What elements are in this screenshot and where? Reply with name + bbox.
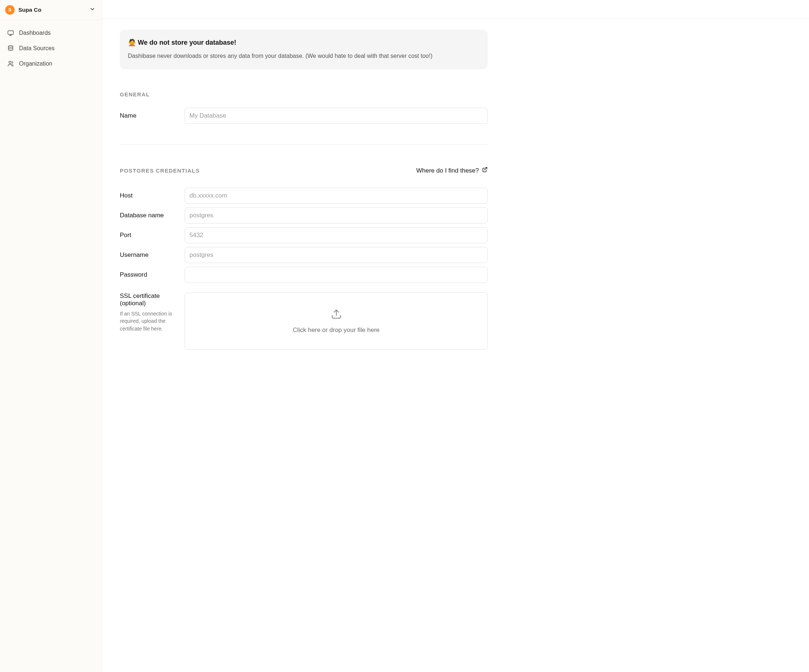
content: 🙅 We do not store your database! Dashiba… xyxy=(102,18,505,371)
ssl-upload-dropzone[interactable]: Click here or drop your file here xyxy=(185,292,488,349)
sidebar-item-data-sources[interactable]: Data Sources xyxy=(4,41,98,55)
notice-body: Dashibase never downloads or stores any … xyxy=(128,52,480,60)
svg-line-5 xyxy=(484,168,487,170)
upload-text: Click here or drop your file here xyxy=(293,326,379,334)
chevron-down-icon xyxy=(89,6,95,13)
svg-point-3 xyxy=(8,46,13,48)
external-link-icon xyxy=(482,167,488,175)
main: 🙅 We do not store your database! Dashiba… xyxy=(102,0,809,672)
nav-label: Dashboards xyxy=(19,30,50,36)
password-input[interactable] xyxy=(185,267,488,283)
field-label-username: Username xyxy=(120,251,177,259)
svg-point-4 xyxy=(9,61,11,64)
sidebar: S Supa Co Dashboards Data Sources xyxy=(0,0,102,672)
section-title: General xyxy=(120,91,488,97)
divider xyxy=(120,144,488,145)
field-label-host: Host xyxy=(120,192,177,199)
help-link-text: Where do I find these? xyxy=(416,167,479,175)
section-postgres: Postgres Credentials Where do I find the… xyxy=(120,167,488,349)
sidebar-item-organization[interactable]: Organization xyxy=(4,57,98,71)
section-title: Postgres Credentials xyxy=(120,168,200,174)
database-icon xyxy=(7,45,14,52)
info-notice: 🙅 We do not store your database! Dashiba… xyxy=(120,30,488,69)
users-icon xyxy=(7,60,14,67)
upload-icon xyxy=(331,309,342,321)
svg-rect-0 xyxy=(8,31,13,34)
port-input[interactable] xyxy=(185,227,488,243)
org-switcher[interactable]: S Supa Co xyxy=(0,0,102,20)
sidebar-item-dashboards[interactable]: Dashboards xyxy=(4,26,98,40)
nav: Dashboards Data Sources Organization xyxy=(0,20,102,77)
topbar xyxy=(102,0,809,18)
avatar: S xyxy=(5,5,15,15)
name-input[interactable] xyxy=(185,108,488,124)
notice-title-text: We do not store your database! xyxy=(138,39,236,46)
field-label-port: Port xyxy=(120,232,177,239)
field-sub-ssl: If an SSL connection is required, upload… xyxy=(120,310,177,332)
host-input[interactable] xyxy=(185,188,488,204)
org-name: Supa Co xyxy=(18,7,86,13)
field-label-ssl: SSL certificate (optional) xyxy=(120,292,177,307)
notice-title: 🙅 We do not store your database! xyxy=(128,39,480,47)
nav-label: Organization xyxy=(19,60,52,67)
section-general: General Name xyxy=(120,91,488,124)
field-label-dbname: Database name xyxy=(120,212,177,219)
notice-emoji: 🙅 xyxy=(128,39,136,46)
nav-label: Data Sources xyxy=(19,45,55,52)
username-input[interactable] xyxy=(185,247,488,263)
credentials-help-link[interactable]: Where do I find these? xyxy=(416,167,488,175)
field-label-name: Name xyxy=(120,112,177,119)
field-label-password: Password xyxy=(120,271,177,279)
monitor-icon xyxy=(7,30,14,36)
dbname-input[interactable] xyxy=(185,207,488,223)
